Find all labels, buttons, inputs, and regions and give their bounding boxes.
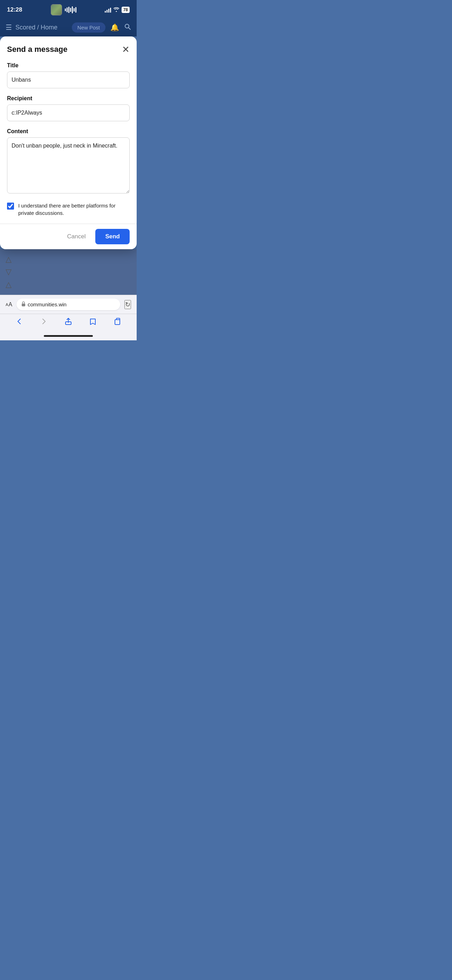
vote-row-1: △ ▽ △ [6,255,131,289]
content-textarea[interactable] [7,137,130,194]
recipient-input[interactable] [7,105,130,121]
sound-bar-6 [73,8,75,11]
search-icon[interactable] [124,23,131,32]
sound-waves [65,6,76,13]
status-bar: 12:28 78 [0,0,137,18]
home-indicator-area [0,333,137,340]
signal-bar-1 [105,11,106,13]
hamburger-icon[interactable]: ☰ [6,24,12,31]
forward-button[interactable] [37,316,51,329]
lock-icon [21,301,25,307]
content-label: Content [7,128,130,135]
share-button[interactable] [62,316,75,329]
title-label: Title [7,62,130,69]
recipient-label: Recipient [7,95,130,102]
text-size-small: A [6,302,8,307]
status-thumbnail [51,4,62,16]
sound-bar-3 [68,7,69,13]
checkbox-label: I understand there are better platforms … [18,202,130,216]
downvote-arrow-icon[interactable]: ▽ [6,267,131,277]
close-button[interactable]: ✕ [122,45,130,54]
cancel-button[interactable]: Cancel [63,230,90,243]
header-left: ☰ Scored / Home [6,24,57,31]
understand-checkbox[interactable] [7,203,14,210]
sound-bar-1 [65,8,66,11]
url-text: communities.win [28,301,67,307]
modal-body: Send a message ✕ Title Recipient Content… [0,37,137,224]
battery-badge: 78 [122,7,130,13]
upvote-arrow-icon[interactable]: △ [6,255,131,264]
status-center [51,4,76,16]
send-message-modal: Send a message ✕ Title Recipient Content… [0,37,137,249]
refresh-button[interactable]: ↻ [124,300,131,309]
title-input[interactable] [7,72,130,88]
modal-header: Send a message ✕ [7,45,130,54]
upvote-arrow-icon-2[interactable]: △ [6,280,131,289]
modal-footer: Cancel Send [0,224,137,249]
thumbnail-image [51,5,62,15]
sound-bar-7 [75,7,76,13]
text-size-control[interactable]: A A [6,301,12,308]
sound-bar-2 [67,7,68,12]
text-size-large: A [8,301,12,308]
svg-rect-2 [22,304,25,306]
signal-bar-2 [107,10,108,13]
browser-bar: A A communities.win ↻ [0,295,137,314]
status-right: 78 [105,7,130,13]
signal-bar-4 [110,8,111,13]
status-time: 12:28 [7,6,22,13]
browser-navigation [0,314,137,333]
header-breadcrumb: Scored / Home [16,24,57,31]
url-bar[interactable]: communities.win [16,299,120,310]
sound-bar-4 [70,8,71,12]
app-header: ☰ Scored / Home New Post 🔔 [0,18,137,37]
signal-bars [105,7,111,13]
send-button[interactable]: Send [95,229,130,244]
checkbox-row: I understand there are better platforms … [7,202,130,216]
signal-bar-3 [108,9,109,13]
tabs-button[interactable] [111,316,124,329]
header-right: New Post 🔔 [72,22,131,33]
home-indicator-bar [44,335,93,337]
new-post-button[interactable]: New Post [72,22,105,33]
modal-overlay: Send a message ✕ Title Recipient Content… [0,37,137,249]
below-modal-content: △ ▽ △ [0,249,137,295]
wifi-icon [113,7,119,13]
svg-rect-4 [115,320,120,325]
svg-line-1 [129,28,131,29]
back-button[interactable] [13,316,26,329]
sound-bar-5 [72,6,73,13]
bookmarks-button[interactable] [86,316,100,329]
bell-icon[interactable]: 🔔 [110,23,119,32]
modal-title: Send a message [7,45,67,54]
